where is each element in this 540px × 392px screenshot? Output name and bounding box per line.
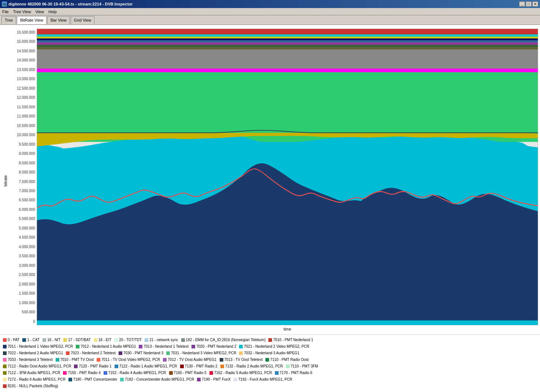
legend-row: 7011 - Nederland 1 Video MPEG2, PCR 7012…	[3, 344, 537, 350]
svg-rect-64	[37, 72, 538, 133]
legend-color-concert-aud	[120, 378, 124, 381]
legend-item: 7170 - PMT Radio 6	[275, 370, 312, 376]
legend-color-cat	[22, 338, 26, 342]
legend-item: 7110 - PMT 3FM	[286, 363, 318, 369]
legend-item: 7012 - Nederland 1 Audio MPEG1	[76, 344, 136, 350]
chart-container: bitrate 15.500.000 15.000.000 14.500.000…	[0, 25, 540, 335]
svg-rect-72	[37, 42, 538, 45]
legend-label: 21 - network sync	[149, 337, 178, 343]
legend-label: 7020 - PMT Nederland 2	[196, 344, 236, 350]
legend-item: 1 - CAT	[22, 337, 40, 343]
y-tick: 13.000.000	[17, 77, 35, 81]
legend-label: 7132 - Radio 2 Audio MPEG1, PCR	[225, 363, 283, 369]
y-axis: 15.500.000 15.000.000 14.500.000 14.000.…	[9, 29, 37, 333]
legend-label: 7192 - FunX Audio MPEG1, PCR	[238, 377, 292, 382]
y-tick: 6.000.000	[19, 208, 36, 212]
legend-color-3fm-aud	[3, 371, 7, 375]
legend-label: 1 - CAT	[27, 337, 40, 343]
legend-label: 7010 - PMT TV Oost	[60, 357, 94, 363]
legend-color-pmtradioost	[265, 358, 269, 362]
legend-label: 7012 - TV Oost Audio MPEG1	[168, 357, 216, 363]
legend-item: 7190 - PMT FunX	[197, 377, 231, 382]
legend-color-eit	[94, 338, 97, 342]
legend-item: 7031 - Nederland 3 Video MPEG2, PCR	[166, 350, 236, 356]
y-tick: 12.000.000	[17, 96, 35, 100]
legend-color-funx-aud	[234, 378, 237, 381]
legend-label: 7110 - PMT 3FM	[291, 363, 318, 369]
legend-label: 7023 - Nederland 2 Teletext	[71, 350, 116, 356]
menu-tree-view[interactable]: Tree View	[11, 9, 33, 14]
legend-item: 7020 - PMT Nederland 2	[191, 344, 236, 350]
legend-color-nl1aud	[76, 345, 79, 348]
tab-bitrate-view[interactable]: BitRate View	[17, 16, 46, 24]
legend-color-pmt3fm	[286, 365, 290, 368]
menu-file[interactable]: File	[0, 9, 11, 14]
legend-item: 21 - network sync	[145, 337, 178, 343]
legend-item: 7010 - PMT TV Oost	[56, 357, 94, 363]
legend-label: 7160 - PMT Radio 5	[174, 370, 206, 376]
y-tick: 2.000.000	[19, 282, 36, 286]
legend-item: 7022 - Nederland 2 Audio MPEG1	[3, 350, 63, 356]
legend-label: 7012 - Nederland 1 Audio MPEG1	[81, 344, 136, 350]
legend-color-pmt1	[268, 338, 272, 342]
legend-label: 7022 - Nederland 2 Audio MPEG1	[8, 350, 63, 356]
y-tick: 8.000.000	[19, 170, 36, 174]
legend-label: 7112 - 3FM Audio MPEG1, PCR	[8, 370, 60, 376]
legend-label: 7130 - PMT Radio 2	[185, 363, 217, 369]
legend-label: 7021 - Nederland 2 Video MPEG2, PCR	[244, 344, 309, 350]
svg-rect-73	[37, 45, 538, 47]
legend-item: 7033 - Nederland 3 Teletext	[3, 357, 53, 363]
legend-item: 7013 - Nederland 1 Teletext	[139, 344, 189, 350]
legend-color-tot	[114, 338, 118, 342]
legend-label: 7122 - Radio 1 Audio MPEG1, PCR	[119, 363, 177, 369]
y-tick: 2.500.000	[19, 273, 36, 277]
close-button[interactable]: ✕	[532, 1, 538, 7]
y-tick: 3.000.000	[19, 264, 36, 268]
legend-color-pmtradio1	[74, 365, 78, 368]
menu-help[interactable]: Help	[46, 9, 59, 14]
legend-label: 7152 - Radio 4 Audio MPEG1, PCR	[108, 370, 166, 376]
window-controls[interactable]: _ □ ✕	[519, 1, 538, 7]
legend-row: 7022 - Nederland 2 Audio MPEG1 7023 - Ne…	[3, 350, 537, 356]
legend-item: 7182 - Concertzender Audio MPEG1, PCR	[120, 377, 194, 382]
menu-view[interactable]: View	[33, 9, 46, 14]
x-axis-label: time	[37, 325, 538, 333]
legend-color-nl3tel	[3, 358, 7, 362]
y-tick: 5.500.000	[19, 217, 36, 221]
tab-tree[interactable]: Tree	[1, 16, 16, 24]
legend-label: 7120 - PMT Radio 1	[79, 363, 111, 369]
svg-rect-68	[37, 34, 538, 37]
window-title: digitenne 482000 06-30 19-43-54.ts - str…	[8, 2, 133, 6]
y-tick: 9.000.000	[19, 152, 36, 156]
legend-color-radio2-aud	[220, 365, 224, 368]
minimize-button[interactable]: _	[519, 1, 525, 7]
svg-rect-71	[37, 40, 538, 42]
legend-label: 7190 - PMT FunX	[202, 377, 231, 382]
legend-label: 8191 - NULL Packets (Stuffing)	[8, 383, 58, 389]
legend-label: 7033 - Nederland 3 Teletext	[8, 357, 53, 363]
legend-label: 16 - NIT	[47, 337, 60, 343]
tab-grid-view[interactable]: Grid View	[71, 16, 94, 24]
legend-label: 7011 - Nederland 1 Video MPEG2, PCR	[8, 344, 73, 350]
legend-row: 0 - PAT 1 - CAT 16 - NIT 17 - SDT/BAT 18…	[3, 337, 537, 343]
legend-label: 7150 - PMT Radio 4	[68, 370, 100, 376]
maximize-button[interactable]: □	[526, 1, 532, 7]
legend-item: 7122 - Radio 1 Audio MPEG1, PCR	[115, 363, 177, 369]
legend-label: 7013 - TV Oost Teletext	[224, 357, 263, 363]
tab-bar-view[interactable]: Bar View	[47, 16, 70, 24]
legend-label: 7182 - Concertzender Audio MPEG1, PCR	[125, 377, 194, 382]
y-tick: 8.500.000	[19, 161, 36, 165]
legend-color-radio4-aud	[104, 371, 107, 375]
legend-row: 7112 - 3FM Audio MPEG1, PCR 7150 - PMT R…	[3, 370, 537, 376]
y-tick: 1.500.000	[19, 291, 36, 295]
y-tick: 9.500.000	[19, 142, 36, 146]
svg-rect-67	[37, 29, 538, 34]
toolbar: Tree BitRate View Bar View Grid View	[0, 15, 540, 25]
y-tick: 10.500.000	[17, 124, 35, 128]
legend-item: 7172 - Radio 6 Audio MPEG1, PCR	[3, 377, 66, 382]
chart-plot[interactable]	[37, 29, 538, 325]
legend-color-radio6-aud	[3, 378, 7, 381]
y-tick: 4.000.000	[19, 245, 36, 249]
legend-item: 0 - PAT	[3, 337, 19, 343]
legend-item: 7192 - FunX Audio MPEG1, PCR	[234, 377, 292, 382]
